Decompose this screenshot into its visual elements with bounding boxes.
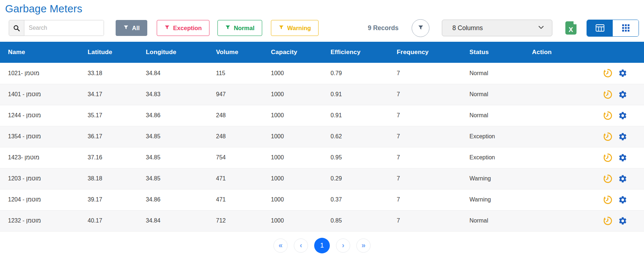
cell-capacity: 1000: [263, 126, 323, 147]
cell-latitude: 40.17: [80, 210, 138, 231]
history-icon[interactable]: [603, 153, 613, 163]
cell-action: [524, 168, 644, 189]
cell-status: Warning: [461, 168, 524, 189]
column-header-status: Status: [461, 42, 524, 63]
cell-frequency: 7: [389, 63, 461, 84]
cell-efficiency: 0.29: [323, 168, 389, 189]
cell-latitude: 34.17: [80, 84, 138, 105]
cell-longitude: 34.85: [138, 168, 208, 189]
gear-icon[interactable]: [618, 69, 627, 78]
pagination-page-1-button[interactable]: 1: [314, 238, 330, 253]
cell-volume: 471: [208, 168, 263, 189]
table-row: 1021- מוטמן33.1834.8411510000.797Normal: [0, 63, 644, 84]
cell-status: Warning: [461, 189, 524, 210]
column-header-frequency: Frequency: [389, 42, 461, 63]
pagination-next-button[interactable]: ›: [336, 238, 350, 253]
cell-status: Exception: [461, 126, 524, 147]
history-icon[interactable]: [603, 174, 613, 184]
columns-dropdown-value: 8 Columns: [452, 24, 537, 32]
funnel-icon: [123, 25, 129, 32]
cell-name: 1232 - מוטמן: [0, 210, 80, 231]
cell-action: [524, 210, 644, 231]
cell-action: [524, 189, 644, 210]
cell-latitude: 33.18: [80, 63, 138, 84]
filter-exception-button[interactable]: Exception: [157, 20, 209, 36]
history-icon[interactable]: [603, 132, 613, 142]
excel-export-icon[interactable]: X: [563, 19, 580, 37]
cell-status: Normal: [461, 105, 524, 126]
cell-volume: 754: [208, 147, 263, 168]
filter-warning-button[interactable]: Warning: [271, 20, 319, 36]
pagination-first-button[interactable]: «: [273, 238, 288, 253]
history-icon[interactable]: [603, 195, 613, 205]
table-row: 1232 - מוטמן40.1734.8471210000.857Normal: [0, 210, 644, 231]
cell-capacity: 1000: [263, 210, 323, 231]
gear-icon[interactable]: [618, 195, 627, 204]
gear-icon[interactable]: [618, 153, 627, 162]
gear-icon[interactable]: [618, 174, 627, 183]
filter-normal-button[interactable]: Normal: [217, 20, 262, 36]
column-header-volume: Volume: [208, 42, 263, 63]
cell-latitude: 37.16: [80, 147, 138, 168]
gear-icon[interactable]: [618, 132, 627, 141]
history-icon[interactable]: [603, 68, 613, 78]
cell-latitude: 35.17: [80, 105, 138, 126]
cell-action: [524, 63, 644, 84]
cell-status: Normal: [461, 210, 524, 231]
cell-frequency: 7: [389, 105, 461, 126]
cell-capacity: 1000: [263, 84, 323, 105]
column-header-longitude: Longitude: [138, 42, 208, 63]
cell-frequency: 7: [389, 126, 461, 147]
cell-longitude: 34.86: [138, 189, 208, 210]
toolbar: All Exception Normal Warning 9 Records 8…: [0, 19, 644, 37]
search-input[interactable]: [24, 20, 104, 36]
cell-volume: 248: [208, 105, 263, 126]
history-icon[interactable]: [603, 90, 613, 99]
gear-icon[interactable]: [618, 111, 627, 120]
cell-frequency: 7: [389, 168, 461, 189]
cell-status: Normal: [461, 63, 524, 84]
cell-efficiency: 0.95: [323, 147, 389, 168]
table-row: 1244 - מוטמן35.1734.8624810000.917Normal: [0, 105, 644, 126]
filter-all-button[interactable]: All: [116, 20, 147, 36]
search-group: [9, 20, 104, 36]
cell-efficiency: 0.91: [323, 105, 389, 126]
column-header-capacity: Capacity: [263, 42, 323, 63]
cell-status: Normal: [461, 84, 524, 105]
filter-funnel-button[interactable]: [412, 19, 429, 37]
history-icon[interactable]: [603, 111, 613, 121]
pagination-last-button[interactable]: »: [356, 238, 371, 253]
pagination-prev-button[interactable]: ‹: [294, 238, 308, 253]
chevron-down-icon: [537, 24, 545, 33]
cell-action: [524, 84, 644, 105]
history-icon[interactable]: [603, 216, 613, 226]
meters-table: Name Latitude Longitude Volume Capacity …: [0, 42, 644, 232]
table-view-icon[interactable]: [587, 20, 613, 36]
cell-volume: 471: [208, 189, 263, 210]
cell-volume: 712: [208, 210, 263, 231]
grid-view-icon[interactable]: [613, 20, 639, 36]
filter-normal-label: Normal: [234, 25, 255, 32]
cell-efficiency: 0.91: [323, 84, 389, 105]
cell-frequency: 7: [389, 189, 461, 210]
cell-name: 1244 - מוטמן: [0, 105, 80, 126]
gear-icon[interactable]: [618, 216, 627, 225]
cell-capacity: 1000: [263, 168, 323, 189]
cell-latitude: 39.17: [80, 189, 138, 210]
table-header-row: Name Latitude Longitude Volume Capacity …: [0, 42, 644, 63]
page-title: Garbage Meters: [0, 0, 644, 18]
search-icon: [9, 20, 24, 36]
cell-capacity: 1000: [263, 63, 323, 84]
table-body: 1021- מוטמן33.1834.8411510000.797Normal …: [0, 63, 644, 231]
funnel-icon: [225, 25, 231, 32]
table-row: 1423- מוטמן37.1634.8575410000.957Excepti…: [0, 147, 644, 168]
cell-longitude: 34.84: [138, 210, 208, 231]
cell-efficiency: 0.37: [323, 189, 389, 210]
cell-longitude: 34.85: [138, 147, 208, 168]
cell-frequency: 7: [389, 210, 461, 231]
column-header-efficiency: Efficiency: [323, 42, 389, 63]
columns-dropdown[interactable]: 8 Columns: [442, 20, 552, 36]
cell-latitude: 36.17: [80, 126, 138, 147]
gear-icon[interactable]: [618, 90, 627, 99]
cell-longitude: 34.85: [138, 126, 208, 147]
